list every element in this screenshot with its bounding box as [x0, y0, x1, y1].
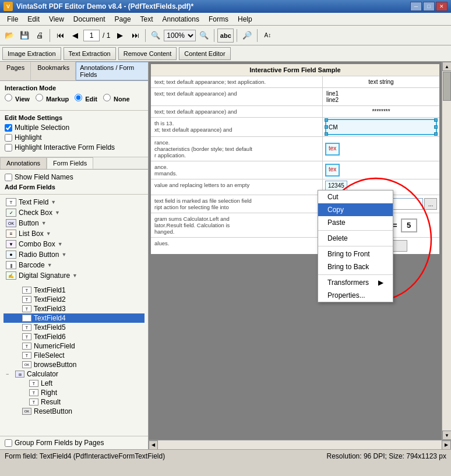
prev-page-button[interactable]: ◀ — [68, 29, 82, 43]
context-menu-bring-front[interactable]: Bring to Front — [318, 248, 393, 260]
tab-pages[interactable]: Pages — [0, 62, 31, 80]
scroll-right-button[interactable]: ▶ — [442, 440, 451, 450]
menu-text[interactable]: Text — [136, 13, 158, 25]
tree-item-Result[interactable]: T Result — [3, 397, 145, 407]
tab-bookmarks[interactable]: Bookmarks — [31, 62, 76, 80]
open-button[interactable]: 📂 — [2, 29, 16, 43]
print-button[interactable]: 🖨 — [33, 29, 47, 43]
subtab-form-fields[interactable]: Form Fields — [47, 157, 93, 169]
field-type-barcode[interactable]: ||| Barcode ▼ — [3, 260, 145, 270]
tree-item-FileSelect[interactable]: T FileSelect — [3, 351, 145, 360]
radio-field-arrow: ▼ — [61, 252, 66, 258]
status-right: Resolution: 96 DPI; Size: 794x1123 px — [327, 452, 446, 460]
scrollbar-track[interactable] — [442, 71, 451, 431]
menu-document[interactable]: Document — [69, 13, 110, 25]
checkbox-field-icon: ✓ — [6, 209, 16, 217]
first-page-button[interactable]: ⏮ — [53, 29, 67, 43]
tree-item-TextField3[interactable]: T TextField3 — [3, 304, 145, 313]
menu-help[interactable]: Help — [233, 13, 257, 25]
scroll-down-button[interactable]: ▼ — [442, 431, 451, 440]
field-type-text[interactable]: T Text Field ▼ — [3, 197, 145, 207]
zoom-in-button[interactable]: 🔍 — [197, 29, 211, 43]
context-menu-properties[interactable]: Properties... — [318, 289, 393, 302]
subtab-annotations[interactable]: Annotations — [0, 157, 47, 169]
digital-sig-arrow: ▼ — [72, 273, 77, 278]
show-field-names-checkbox[interactable] — [5, 174, 12, 181]
minimize-button[interactable]: ─ — [410, 2, 422, 11]
radio-markup[interactable] — [36, 94, 43, 101]
tree-item-Left[interactable]: T Left — [3, 379, 145, 388]
group-form-fields-checkbox[interactable] — [5, 439, 12, 447]
pdf-header: Interactive Form Field Sample — [151, 64, 439, 76]
radio-view[interactable] — [5, 94, 12, 101]
menu-file[interactable]: File — [2, 13, 23, 25]
extra-button[interactable]: A↕ — [260, 29, 274, 43]
highlight-interactive-checkbox[interactable] — [5, 144, 12, 151]
context-menu-cut[interactable]: Cut — [318, 191, 393, 203]
scroll-left-button[interactable]: ◀ — [149, 440, 158, 450]
transformers-label: Transformers — [327, 278, 369, 287]
menu-forms[interactable]: Forms — [204, 13, 233, 25]
context-menu-delete[interactable]: Delete — [318, 232, 393, 245]
field-type-radio[interactable]: ● Radio Button ▼ — [3, 249, 145, 260]
context-menu-bring-back[interactable]: Bring to Back — [318, 260, 393, 273]
tree-item-browseButton[interactable]: OK browseButton — [3, 360, 145, 369]
find-button[interactable]: 🔎 — [240, 29, 254, 43]
radio-none-label[interactable]: None — [103, 94, 130, 103]
scroll-up-button[interactable]: ▲ — [442, 62, 451, 71]
tab-annotations[interactable]: Annotations / Form Fields — [76, 62, 148, 80]
field-type-checkbox[interactable]: ✓ Check Box ▼ — [3, 207, 145, 218]
tree-item-TextField2[interactable]: T TextField2 — [3, 295, 145, 304]
radio-view-label[interactable]: View — [5, 94, 30, 103]
zoom-out-button[interactable]: 🔍 — [149, 29, 163, 43]
text-tool-button[interactable]: abc — [217, 29, 234, 43]
highlight-checkbox[interactable] — [5, 134, 12, 142]
radio-field-label: Radio Button — [19, 251, 59, 259]
remove-content-button[interactable]: Remove Content — [118, 47, 177, 60]
pdf-row-5-right: tex — [323, 137, 439, 161]
radio-edit-label[interactable]: Edit — [75, 94, 97, 103]
bring-back-label: Bring to Back — [327, 263, 369, 271]
field-type-listbox[interactable]: ≡ List Box ▼ — [3, 228, 145, 239]
next-page-button[interactable]: ▶ — [113, 29, 127, 43]
field-type-combobox[interactable]: ▼ Combo Box ▼ — [3, 239, 145, 249]
tree-item-TextField6[interactable]: T TextField6 — [3, 332, 145, 341]
image-extraction-button[interactable]: Image Extraction — [2, 47, 61, 60]
separator-1 — [50, 29, 50, 42]
field-type-digital-sig[interactable]: ✍ Digital Signature ▼ — [3, 270, 145, 281]
zoom-select[interactable]: 100% 75% 125% 150% — [164, 30, 196, 41]
field-type-button[interactable]: OK Button ▼ — [3, 218, 145, 228]
last-page-button[interactable]: ⏭ — [128, 29, 142, 43]
tree-item-TextField4[interactable]: T TextField4 — [3, 313, 145, 323]
tree-item-TextField5[interactable]: T TextField5 — [3, 323, 145, 332]
multiple-selection-checkbox[interactable] — [5, 124, 12, 132]
radio-edit[interactable] — [75, 94, 82, 101]
menu-view[interactable]: View — [44, 13, 69, 25]
button-field-icon: OK — [6, 219, 16, 227]
close-button[interactable]: ✕ — [436, 2, 448, 11]
menu-annotations[interactable]: Annotations — [158, 13, 204, 25]
tree-item-ResetButton[interactable]: OK ResetButton — [3, 407, 145, 416]
pdf-row-2: text; text default appearance) and line1… — [151, 88, 439, 106]
scrollbar-thumb[interactable] — [443, 72, 451, 101]
context-menu-copy[interactable]: Copy — [318, 203, 393, 216]
menu-page[interactable]: Page — [110, 13, 136, 25]
text-extraction-button[interactable]: Text Extraction — [64, 47, 116, 60]
tree-item-Calculator[interactable]: − ⊞ Calculator — [3, 369, 145, 379]
menu-edit[interactable]: Edit — [23, 13, 44, 25]
content-editor-button[interactable]: Content Editor — [179, 47, 230, 60]
radio-markup-label[interactable]: Markup — [36, 94, 69, 103]
context-menu-transformers[interactable]: Transformers ▶ — [318, 276, 393, 289]
context-menu-paste[interactable]: Paste — [318, 216, 393, 229]
show-field-names-section: Show Field Names Add Form Fields — [0, 170, 148, 195]
hscroll-track[interactable] — [158, 440, 442, 449]
tree-item-NumericField[interactable]: T NumericField — [3, 341, 145, 351]
maximize-button[interactable]: □ — [423, 2, 435, 11]
page-number-input[interactable] — [83, 30, 100, 41]
file-browse-button[interactable]: ... — [424, 198, 437, 210]
listbox-field-arrow: ▼ — [46, 231, 51, 237]
tree-item-Right[interactable]: T Right — [3, 388, 145, 397]
save-button[interactable]: 💾 — [17, 29, 31, 43]
tree-item-TextField1[interactable]: T TextField1 — [3, 285, 145, 295]
radio-none[interactable] — [103, 94, 111, 101]
